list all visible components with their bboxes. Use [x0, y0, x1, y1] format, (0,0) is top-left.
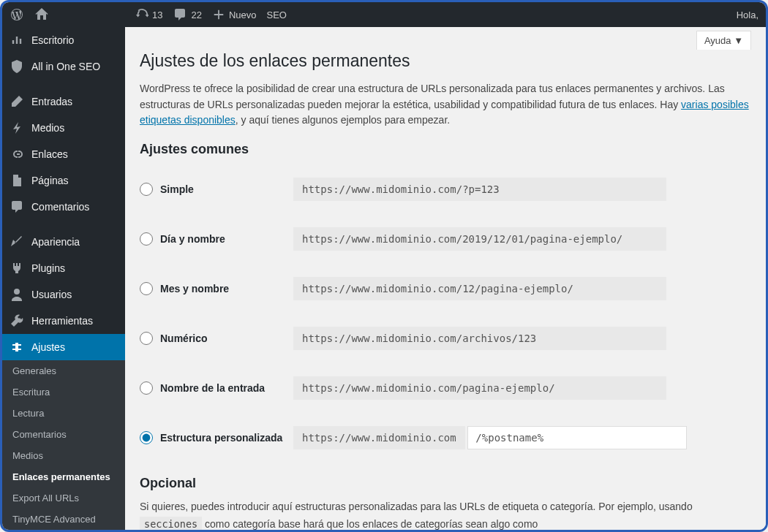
wp-logo-icon[interactable] [10, 7, 24, 22]
sub-reading[interactable]: Lectura [2, 403, 125, 424]
main-content: Ayuda ▼ Ajustes de los enlaces permanent… [125, 27, 766, 530]
menu-links[interactable]: Enlaces [2, 141, 125, 167]
custom-prefix: https://www.midominio.com [293, 426, 465, 449]
sub-discussion[interactable]: Comentarios [2, 424, 125, 445]
seo-link[interactable]: SEO [267, 10, 287, 20]
optional-description: Si quieres, puedes introducir aquí estru… [140, 498, 751, 530]
settings-submenu: Generales Escritura Lectura Comentarios … [2, 360, 125, 530]
code-post-name: https://www.midominio.com/pagina-ejemplo… [293, 376, 666, 400]
optional-heading: Opcional [140, 476, 751, 491]
radio-post-name[interactable] [140, 381, 153, 395]
admin-sidebar: Escritorio All in One SEO Entradas Medio… [2, 27, 125, 530]
option-custom: Estructura personalizada https://www.mid… [140, 413, 751, 463]
updates-count: 13 [152, 10, 162, 20]
option-month-name: Mes y nombre https://www.midominio.com/1… [140, 264, 751, 314]
menu-aioseo[interactable]: All in One SEO [2, 53, 125, 80]
help-tab[interactable]: Ayuda ▼ [696, 31, 751, 50]
home-icon[interactable] [34, 7, 49, 22]
radio-numeric[interactable] [140, 332, 153, 345]
menu-media[interactable]: Medios [2, 115, 125, 141]
new-link[interactable]: Nuevo [212, 8, 257, 21]
menu-posts[interactable]: Entradas [2, 88, 125, 115]
option-post-name: Nombre de la entrada https://www.midomin… [140, 363, 751, 413]
sub-general[interactable]: Generales [2, 360, 125, 381]
admin-topbar: 13 22 Nuevo SEO Hola, [2, 2, 766, 27]
menu-comments[interactable]: Comentarios [2, 194, 125, 220]
sub-export-urls[interactable]: Export All URLs [2, 487, 125, 509]
option-numeric: Numérico https://www.midominio.com/archi… [140, 314, 751, 363]
comments-link[interactable]: 22 [173, 7, 201, 22]
radio-month-name[interactable] [140, 282, 153, 295]
menu-dashboard[interactable]: Escritorio [2, 27, 125, 53]
comments-count: 22 [191, 10, 201, 20]
sub-writing[interactable]: Escritura [2, 381, 125, 403]
sub-tinymce[interactable]: TinyMCE Advanced [2, 509, 125, 530]
menu-plugins[interactable]: Plugins [2, 255, 125, 281]
menu-tools[interactable]: Herramientas [2, 308, 125, 334]
page-title: Ajustes de los enlaces permanentes [140, 51, 751, 71]
option-day-name: Día y nombre https://www.midominio.com/2… [140, 214, 751, 264]
code-day-name: https://www.midominio.com/2019/12/01/pag… [293, 227, 666, 251]
code-secciones: secciones [140, 517, 202, 530]
menu-appearance[interactable]: Apariencia [2, 229, 125, 255]
sub-media[interactable]: Medios [2, 445, 125, 466]
page-description: WordPress te ofrece la posibilidad de cr… [140, 81, 751, 129]
radio-day-name[interactable] [140, 232, 153, 246]
radio-simple[interactable] [140, 183, 153, 196]
common-settings-heading: Ajustes comunes [140, 142, 751, 157]
sub-permalinks[interactable]: Enlaces permanentes [2, 466, 125, 487]
radio-custom[interactable] [140, 431, 153, 444]
menu-users[interactable]: Usuarios [2, 281, 125, 308]
custom-structure-input[interactable] [467, 426, 687, 449]
greeting[interactable]: Hola, [737, 10, 758, 20]
option-simple: Simple https://www.midominio.com/?p=123 [140, 164, 751, 214]
updates-link[interactable]: 13 [135, 8, 162, 21]
code-month-name: https://www.midominio.com/12/pagina-ejem… [293, 277, 666, 300]
menu-pages[interactable]: Páginas [2, 167, 125, 194]
code-simple: https://www.midominio.com/?p=123 [293, 178, 666, 201]
menu-settings[interactable]: Ajustes [2, 334, 125, 360]
code-numeric: https://www.midominio.com/archivos/123 [293, 327, 666, 350]
